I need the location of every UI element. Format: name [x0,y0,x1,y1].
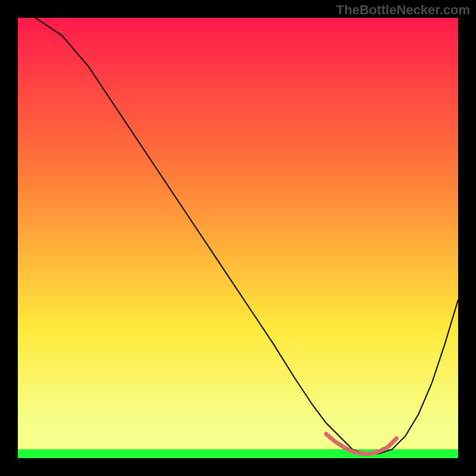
plot-area [18,18,458,458]
chart-svg [18,18,458,458]
watermark-text: TheBottleNecker.com [336,2,470,18]
gradient-background [18,18,458,458]
green-band [18,449,458,458]
chart-container: TheBottleNecker.com [0,0,476,476]
